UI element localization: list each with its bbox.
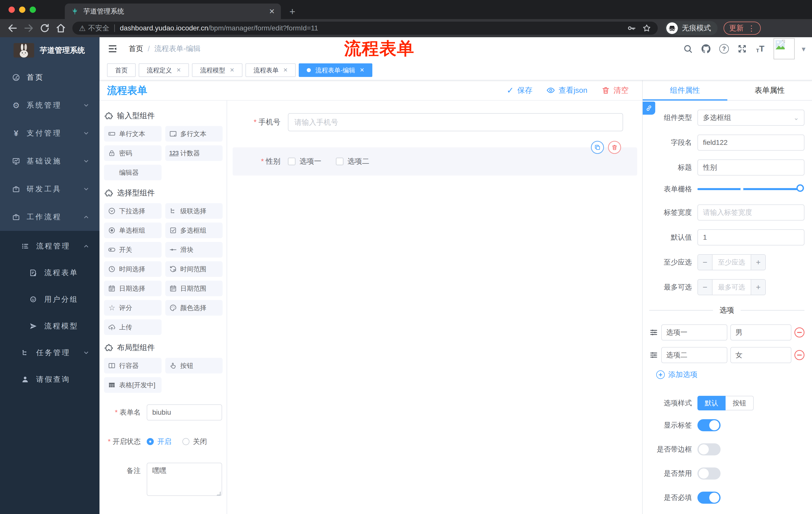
option-value-input[interactable] — [730, 347, 791, 363]
key-icon[interactable] — [627, 24, 636, 33]
sidebar-item-process-mgmt[interactable]: 流程管理 — [0, 233, 99, 260]
remove-option-button[interactable] — [794, 327, 805, 337]
home-icon[interactable] — [55, 23, 66, 34]
title-input[interactable] — [697, 159, 805, 175]
palette-item-date-picker[interactable]: 日期选择 — [104, 281, 162, 296]
sidebar-item-payment[interactable]: ¥ 支付管理 — [0, 119, 99, 147]
palette-item-color-picker[interactable]: 颜色选择 — [165, 300, 223, 316]
sidebar-item-infra[interactable]: 基础设施 — [0, 147, 99, 175]
palette-item-time-range[interactable]: 时间范围 — [165, 261, 223, 277]
minimize-window-button[interactable] — [19, 6, 25, 13]
address-bar[interactable]: ⚠ 不安全 dashboard.yudao.iocoder.cn/bpm/man… — [72, 22, 658, 35]
max-select-stepper[interactable]: − 最多可选 + — [697, 279, 766, 295]
palette-item-button[interactable]: 按钮 — [165, 358, 223, 373]
sidebar-item-devtools[interactable]: 研发工具 — [0, 175, 99, 203]
forward-icon[interactable] — [23, 23, 34, 34]
min-select-stepper[interactable]: − 至少应选 + — [697, 254, 766, 270]
canvas-field-gender-selected[interactable]: 性别 选项一 选项二 — [233, 147, 637, 175]
label-width-input[interactable] — [697, 205, 805, 220]
sidebar-item-workflow[interactable]: 工作流程 — [0, 203, 99, 231]
plus-button[interactable]: + — [751, 280, 765, 295]
field-name-input[interactable] — [697, 135, 805, 151]
save-button[interactable]: ✓ 保存 — [506, 85, 532, 96]
reload-icon[interactable] — [39, 23, 50, 34]
canvas-field-phone[interactable]: 手机号 — [233, 113, 637, 131]
option-style-button[interactable]: 按钮 — [726, 396, 754, 410]
close-icon[interactable]: ✕ — [283, 67, 288, 74]
view-tab-process-model[interactable]: 流程模型 ✕ — [192, 63, 242, 77]
palette-item-editor[interactable]: 编辑器 — [104, 165, 162, 180]
drag-handle-icon[interactable] — [649, 351, 658, 360]
form-name-input[interactable] — [147, 404, 222, 421]
back-icon[interactable] — [7, 23, 18, 34]
palette-item-multi-text[interactable]: 多行文本 — [165, 126, 223, 141]
palette-item-rate[interactable]: ☆评分 — [104, 300, 162, 316]
close-tab-icon[interactable]: ✕ — [269, 7, 275, 16]
required-toggle[interactable] — [697, 492, 721, 504]
sidebar-item-home[interactable]: 首页 — [0, 63, 99, 91]
default-value-input[interactable] — [697, 229, 805, 245]
add-option-button[interactable]: 添加选项 — [656, 370, 805, 380]
palette-item-date-range[interactable]: 日期范围 — [165, 281, 223, 296]
remark-textarea[interactable]: 嘿嘿 — [147, 463, 222, 496]
view-json-button[interactable]: 查看json — [546, 85, 587, 96]
show-label-toggle[interactable] — [697, 419, 721, 431]
checkbox-icon[interactable] — [288, 158, 295, 165]
sidebar-item-task-mgmt[interactable]: 任务管理 — [0, 340, 99, 366]
caret-down-icon[interactable]: ▾ — [802, 45, 806, 53]
palette-item-counter[interactable]: 123计数器 — [165, 145, 223, 161]
sidebar-item-system[interactable]: ⚙ 系统管理 — [0, 91, 99, 119]
view-tab-home[interactable]: 首页 — [107, 63, 136, 77]
option-value-input[interactable] — [730, 324, 791, 341]
disabled-toggle[interactable] — [697, 467, 721, 480]
drag-handle-icon[interactable] — [649, 328, 658, 337]
tab-form-props[interactable]: 表单属性 — [727, 80, 812, 100]
tab-component-props[interactable]: 组件属性 — [643, 80, 727, 100]
link-handle-button[interactable] — [643, 102, 655, 115]
search-icon[interactable] — [683, 44, 693, 54]
palette-item-password[interactable]: 密码 — [104, 145, 162, 161]
gender-checkbox-option1[interactable]: 选项一 — [288, 156, 321, 166]
window-controls[interactable] — [8, 6, 36, 13]
help-icon[interactable]: ? — [719, 44, 729, 54]
fullscreen-icon[interactable] — [737, 44, 747, 54]
palette-item-row-container[interactable]: 行容器 — [104, 358, 162, 373]
clear-button[interactable]: 清空 — [602, 85, 629, 96]
palette-item-checkbox-group[interactable]: 多选框组 — [165, 222, 223, 238]
status-radio-off[interactable]: 关闭 — [182, 437, 207, 447]
palette-item-time-picker[interactable]: 时间选择 — [104, 261, 162, 277]
browser-update-button[interactable]: 更新 ⋮ — [724, 22, 761, 35]
palette-item-single-text[interactable]: 单行文本 — [104, 126, 162, 141]
sidebar-item-process-form[interactable]: 流程表单 — [0, 260, 99, 286]
close-icon[interactable]: ✕ — [230, 67, 234, 74]
menu-fold-icon[interactable] — [108, 44, 118, 54]
view-tab-process-definition[interactable]: 流程定义 ✕ — [139, 63, 189, 77]
duplicate-component-button[interactable] — [591, 141, 604, 154]
close-icon[interactable]: ✕ — [176, 67, 181, 74]
option-label-input[interactable] — [661, 347, 727, 363]
option-style-default[interactable]: 默认 — [697, 396, 726, 410]
browser-tab[interactable]: 芋道管理系统 ✕ — [65, 3, 281, 19]
zoom-window-button[interactable] — [30, 6, 36, 13]
security-warning[interactable]: ⚠ 不安全 — [79, 23, 109, 33]
option-label-input[interactable] — [661, 324, 727, 341]
sidebar-item-user-group[interactable]: 用户分组 — [0, 286, 99, 313]
palette-item-slider[interactable]: 滑块 — [165, 242, 223, 258]
palette-item-dropdown[interactable]: 下拉选择 — [104, 203, 162, 219]
minus-button[interactable]: − — [698, 255, 713, 270]
component-type-select[interactable]: 多选框组 ⌄ — [697, 110, 805, 126]
minus-button[interactable]: − — [698, 280, 713, 295]
close-icon[interactable]: ✕ — [360, 67, 364, 74]
github-icon[interactable] — [701, 44, 711, 54]
sidebar-logo[interactable]: 芋道管理系统 — [0, 37, 99, 63]
view-tab-process-form[interactable]: 流程表单 ✕ — [245, 63, 296, 77]
breadcrumb-home[interactable]: 首页 — [128, 44, 143, 54]
status-radio-on[interactable]: 开启 — [147, 437, 171, 447]
sidebar-item-leave-query[interactable]: 请假查询 — [0, 366, 99, 393]
palette-item-cascader[interactable]: 级联选择 — [165, 203, 223, 219]
close-window-button[interactable] — [8, 6, 15, 13]
phone-input[interactable] — [288, 113, 623, 131]
slider-handle[interactable] — [796, 184, 804, 192]
form-canvas[interactable]: 手机号 性别 选项一 选项二 — [227, 101, 642, 514]
border-toggle[interactable] — [697, 443, 721, 455]
